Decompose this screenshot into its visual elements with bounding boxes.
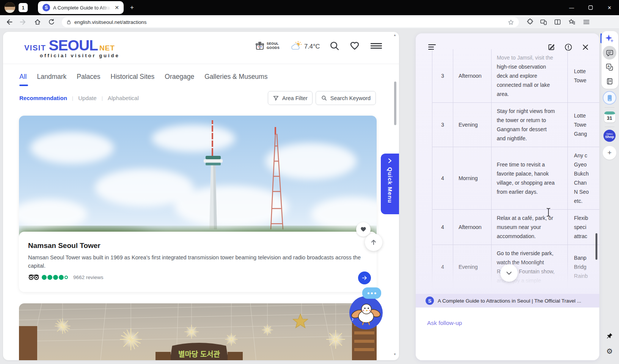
temperature: 7.4°C [304, 43, 320, 50]
site-favorites-heart-icon[interactable] [349, 40, 360, 52]
back-button[interactable] [5, 18, 13, 26]
chevron-right-icon [387, 158, 393, 163]
add-sidebar-app-button[interactable]: + [603, 146, 616, 160]
phone-link-icon[interactable] [539, 18, 548, 26]
site-menu-icon[interactable] [370, 40, 382, 52]
browser-menu-icon[interactable] [582, 18, 591, 26]
favorite-heart-button[interactable] [356, 222, 371, 237]
split-screen-icon[interactable] [553, 18, 562, 26]
logo-visit: VISIT [24, 44, 46, 52]
sidebar-settings-gear-icon[interactable]: ⚙ [603, 344, 616, 358]
mascot-chat-widget[interactable]: ♪ [348, 295, 384, 331]
reviews-count: 9662 reviews [73, 275, 104, 280]
copilot-sparkle-icon[interactable] [603, 32, 616, 46]
mascot-bird-icon [348, 295, 384, 331]
maximize-button[interactable] [581, 0, 600, 15]
translate-icon[interactable]: A [603, 60, 616, 74]
favorites-star-icon[interactable] [568, 18, 576, 26]
visitseoul-logo[interactable]: VISIT SEOUL NET [24, 37, 115, 54]
phone-link-sidebar-icon[interactable] [603, 91, 616, 105]
scroll-to-top-button[interactable] [365, 234, 382, 251]
sort-separator: | [102, 95, 103, 101]
calendar-day: 31 [607, 115, 612, 122]
itinerary-row: 4 Afternoon Relax at a café, park, or mu… [432, 210, 599, 245]
window-titlebar: 1 S A Complete Guide to Attra ✕ + — ✕ [0, 0, 619, 15]
journal-icon[interactable] [603, 74, 616, 88]
active-tab-underline [19, 85, 28, 86]
galaxy-shop-icon[interactable]: GalaxyShop [603, 129, 616, 143]
quick-menu-tab[interactable]: Quick Menu [381, 154, 399, 214]
sort-recommendation[interactable]: Recommendation [19, 95, 67, 101]
url-bar[interactable]: english.visitseoul.net/attractions [62, 17, 519, 27]
calendar-icon[interactable]: 31 [603, 110, 616, 124]
time-cell: Afternoon [453, 210, 491, 245]
rating-circle [64, 276, 68, 279]
site-search-icon[interactable] [329, 40, 340, 52]
tab-oraegage[interactable]: Oraegage [165, 73, 194, 81]
chat-typing-bubble[interactable] [362, 287, 381, 299]
tripadvisor-owl-icon [28, 274, 39, 280]
scroll-down-button[interactable] [500, 264, 518, 282]
rail-divider [605, 127, 614, 127]
page-scroll-down-arrow[interactable]: ▼ [393, 353, 396, 356]
page-scroll-up-arrow[interactable]: ▲ [393, 33, 396, 37]
location-cell: Lotte Towe Gang [567, 103, 599, 147]
tab-all[interactable]: All [19, 73, 27, 81]
source-favicon: S [426, 297, 434, 305]
profile-avatar[interactable] [5, 2, 15, 13]
source-citation-bar[interactable]: S A Complete Guide to Attractions in Seo… [416, 294, 599, 308]
tab-landmark[interactable]: Landmark [37, 73, 66, 81]
rating-circle [53, 275, 58, 280]
tab-title: A Complete Guide to Attra [53, 5, 111, 11]
day-cell: 4 [432, 210, 453, 245]
itinerary-row: 4 Morning Free time to revisit a favorit… [432, 147, 599, 210]
weather-widget: 7.4°C [291, 41, 320, 52]
chevron-down-icon [505, 269, 513, 277]
panel-scrollbar-thumb[interactable] [595, 233, 597, 260]
followup-area: Ask follow-up [416, 308, 599, 360]
description-cell: Relax at a café, park, or museum near yo… [491, 210, 568, 245]
refresh-button[interactable] [47, 18, 56, 26]
extensions-puzzle-icon[interactable] [525, 18, 534, 26]
attraction-info: Namsan Seoul Tower Namsan Seoul Tower wa… [19, 232, 377, 292]
day-cell: 3 [432, 103, 453, 147]
search-keyword-label: Search Keyword [330, 95, 371, 101]
filter-funnel-icon [273, 95, 279, 101]
url-text: english.visitseoul.net/attractions [74, 19, 507, 25]
header-divider [3, 64, 399, 64]
ask-followup-input[interactable]: Ask follow-up [427, 320, 462, 326]
tab-palaces[interactable]: Palaces [77, 73, 100, 81]
card-arrow-button[interactable] [358, 271, 371, 284]
sort-update[interactable]: Update [78, 95, 96, 101]
forward-button[interactable] [19, 18, 27, 26]
rating-circle [42, 275, 47, 280]
sort-alphabetical[interactable]: Alphabetical [108, 95, 139, 101]
attraction-card-starfield[interactable]: 별마당 도서관 [19, 303, 377, 360]
location-cell: Flexib speci attrac [567, 210, 599, 245]
search-keyword-button[interactable]: Search Keyword [316, 91, 376, 105]
tab-historical-sites[interactable]: Historical Sites [111, 73, 155, 81]
avatar-hair [5, 2, 15, 7]
assistant-panel: 3 Afternoon Move to Jamsil, visit the hi… [416, 33, 599, 360]
text-cursor [546, 208, 551, 217]
bookmark-star-icon[interactable] [507, 19, 514, 26]
lock-icon [66, 19, 71, 25]
shop-label: Shop [605, 135, 614, 139]
description-cell: Free time to revisit a favorite palace, … [491, 147, 568, 209]
chat-panel-icon[interactable] [603, 46, 616, 60]
browser-tab[interactable]: S A Complete Guide to Attra ✕ [38, 1, 124, 14]
tab-close-icon[interactable]: ✕ [114, 4, 120, 11]
new-tab-button[interactable]: + [127, 3, 137, 12]
seoul-goods-link[interactable]: SEOUL GOODS [255, 41, 280, 51]
minimize-button[interactable]: — [562, 0, 581, 15]
area-filter-button[interactable]: Area Filter [268, 91, 313, 105]
page-scrollbar-thumb[interactable] [394, 82, 396, 125]
close-button[interactable]: ✕ [600, 0, 619, 15]
quick-menu-label: Quick Menu [387, 167, 393, 203]
library-sign-text: 별마당 도서관 [178, 350, 220, 358]
pin-sidebar-icon[interactable] [603, 329, 616, 343]
attraction-card-namsan[interactable]: Namsan Seoul Tower Namsan Seoul Tower wa… [19, 116, 377, 292]
home-button[interactable] [33, 18, 42, 26]
workspace-badge[interactable]: 1 [19, 3, 28, 12]
tab-galleries-museums[interactable]: Galleries & Museums [204, 73, 267, 81]
